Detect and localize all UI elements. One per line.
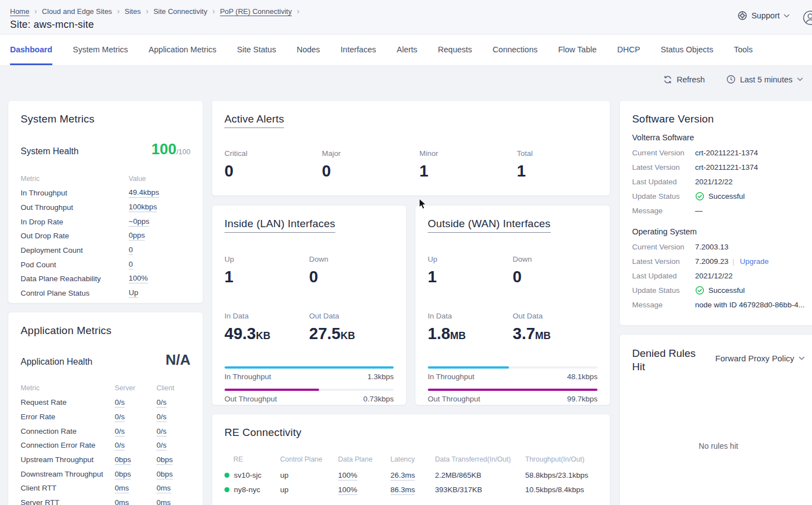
metric-value-link[interactable]: Up (129, 288, 138, 298)
column-header-latency: Latency (390, 455, 435, 463)
system-metrics-title: System Metrics (21, 113, 190, 125)
client-value-link[interactable]: 0bps (156, 455, 173, 465)
breadcrumb-link[interactable]: Sites (125, 7, 154, 16)
metric-value-link[interactable]: ~0pps (129, 217, 149, 227)
upgrade-link[interactable]: Upgrade (732, 257, 769, 266)
tab-item[interactable]: Alerts (397, 35, 417, 65)
metric-value-link[interactable]: 100% (129, 274, 148, 283)
column-header-metric: Metric (21, 175, 129, 183)
out-data-unit: KB (340, 330, 355, 341)
update-status-value: Successful (708, 286, 745, 295)
tab-item[interactable]: DHCP (617, 35, 640, 65)
metric-value-link[interactable]: 0 (129, 246, 133, 255)
support-lifebuoy-icon (737, 11, 747, 21)
breadcrumb-link[interactable]: PoP (RE) Connectivity (220, 7, 305, 16)
table-row: Control Plane Status Up (21, 286, 190, 301)
field-label: Message (632, 301, 695, 309)
metric-label: Control Plane Status (21, 289, 129, 297)
client-value-link[interactable]: 0/s (156, 398, 167, 408)
time-range-selector[interactable]: Last 5 minutes (726, 75, 803, 84)
in-data-label: In Data (224, 312, 309, 320)
tab-item[interactable]: Requests (438, 35, 472, 65)
server-value-link[interactable]: 0/s (115, 427, 125, 437)
client-value-link[interactable]: 0ms (156, 498, 171, 505)
server-value-link[interactable]: 0ms (115, 498, 129, 505)
out-data-value: 3.7 (513, 325, 535, 342)
chevron-down-icon (797, 77, 803, 81)
tab-item[interactable]: Nodes (297, 35, 320, 65)
application-health-value: N/A (165, 351, 190, 369)
table-row: Connection Rate 0/s 0/s (21, 424, 190, 438)
re-connectivity-title: RE Connectivity (224, 426, 598, 439)
inside-lan-title-link[interactable]: Inside (LAN) Interfaces (224, 218, 335, 233)
breadcrumb-link[interactable]: Site Connectivity (153, 7, 220, 16)
client-value-link[interactable]: 0ms (156, 484, 171, 493)
tab-item[interactable]: Tools (734, 35, 753, 65)
breadcrumb-link[interactable]: Home (10, 7, 42, 16)
alert-stat-value: 1 (517, 162, 614, 180)
alert-stat-label: Major (322, 149, 419, 158)
tab-item[interactable]: Site Status (237, 35, 276, 65)
policy-selector-label: Forward Proxy Policy (715, 354, 794, 363)
column-header-client: Client (156, 384, 174, 392)
latency-link[interactable]: 26.3ms (390, 471, 415, 481)
client-value-link[interactable]: 0bps (156, 470, 173, 479)
outside-wan-title-link[interactable]: Outside (WAN) Interfaces (428, 218, 551, 233)
server-value-link[interactable]: 0/s (115, 413, 125, 422)
server-value-link[interactable]: 0bps (115, 470, 131, 479)
metric-value-link[interactable]: 0 (129, 260, 133, 269)
refresh-button[interactable]: Refresh (663, 75, 705, 84)
server-value-link[interactable]: 0bps (115, 455, 131, 465)
metric-value-link[interactable]: 0pps (129, 231, 145, 241)
server-value-link[interactable]: 0/s (115, 398, 125, 408)
policy-selector[interactable]: Forward Proxy Policy (715, 354, 805, 363)
tab-item[interactable]: System Metrics (73, 35, 128, 65)
status-dot-green (224, 487, 229, 492)
down-label: Down (513, 255, 598, 263)
re-name: ny8-nyc (234, 486, 260, 494)
metric-label: Server RTT (21, 498, 115, 505)
check-circle-icon (695, 286, 705, 295)
metric-value-link[interactable]: 100kbps (129, 203, 157, 212)
latency-link[interactable]: 86.3ms (390, 486, 415, 495)
tab-item[interactable]: Connections (493, 35, 538, 65)
tab-item[interactable]: Flow Table (558, 35, 596, 65)
breadcrumb-link[interactable]: Cloud and Edge Sites (42, 7, 124, 16)
tab-item[interactable]: Interfaces (341, 35, 376, 65)
table-row: Request Rate 0/s 0/s (21, 395, 190, 410)
table-row: Pod Count 0 (21, 257, 190, 272)
server-value-link[interactable]: 0ms (115, 484, 129, 493)
user-avatar-icon[interactable] (801, 9, 812, 27)
alert-stat: Total 1 (517, 149, 614, 180)
alert-stats: Critical 0 Major 0 Minor 1 Total 1 (224, 149, 598, 180)
support-menu[interactable]: Support (737, 11, 790, 21)
system-metrics-table: Metric Value In Throughput 49.4kbps Out … (21, 171, 190, 301)
re-connectivity-table: RE Control Plane Data Plane Latency Data… (224, 451, 598, 497)
field-label: Latest Version (632, 163, 695, 171)
client-value-link[interactable]: 0/s (156, 441, 167, 450)
active-alerts-title-link[interactable]: Active Alerts (224, 113, 284, 128)
tab-item[interactable]: Application Metrics (149, 35, 217, 65)
alert-stat-value: 0 (224, 162, 322, 180)
client-value-link[interactable]: 0/s (156, 413, 167, 422)
data-transferred-value: 393KB/317KB (435, 486, 525, 494)
tab-item[interactable]: Status Objects (661, 35, 713, 65)
in-data-value: 1.8 (428, 325, 450, 342)
current-version-value: crt-20211221-1374 (695, 149, 758, 157)
alert-stat: Major 0 (322, 149, 419, 180)
tab-item[interactable]: Dashboard (10, 35, 52, 65)
data-transferred-value: 2.2MB/865KB (435, 471, 525, 479)
active-alerts-card: Active Alerts Critical 0 Major 0 Minor 1 (212, 100, 610, 196)
in-data-value: 49.3 (224, 325, 256, 342)
last-updated-value: 2021/12/22 (695, 272, 733, 280)
current-version-value: 7.2003.13 (695, 243, 728, 251)
server-value-link[interactable]: 0/s (115, 441, 125, 450)
refresh-label: Refresh (677, 75, 705, 84)
client-value-link[interactable]: 0/s (156, 427, 167, 437)
in-throughput-label: In Throughput (428, 372, 475, 381)
application-health-label: Application Health (21, 357, 92, 367)
data-plane-link[interactable]: 100% (338, 486, 358, 495)
metric-value-link[interactable]: 49.4kbps (129, 188, 159, 198)
data-plane-link[interactable]: 100% (338, 471, 358, 481)
re-name: sv10-sjc (234, 471, 262, 479)
